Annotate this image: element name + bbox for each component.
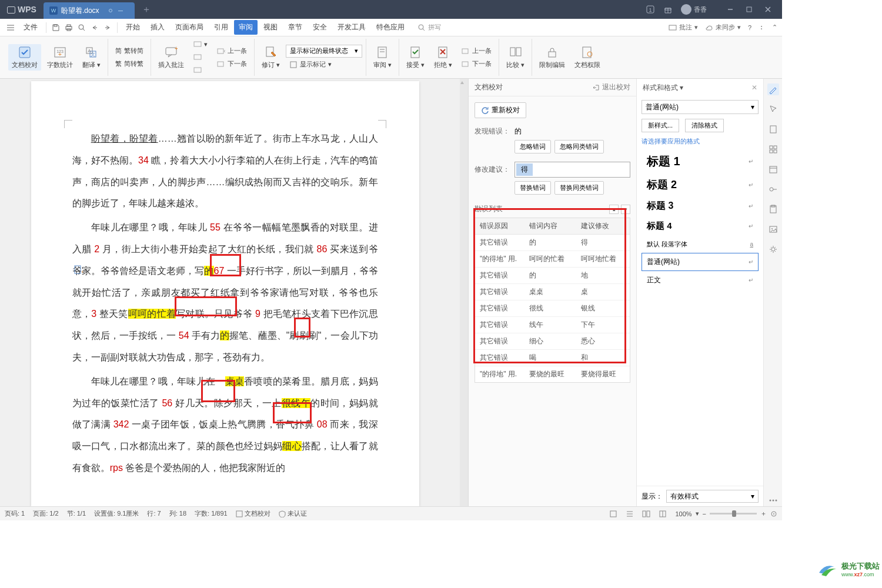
table-row[interactable]: "的得地" 用.呵呵的忙着呵呵地忙着 <box>475 251 630 268</box>
comments-toggle[interactable]: 批注 ▾ <box>669 23 698 32</box>
undo-icon[interactable] <box>89 22 101 34</box>
zoom-fit-icon[interactable] <box>770 510 777 517</box>
next-change-button[interactable]: 下一条 <box>458 58 495 70</box>
reproof-button[interactable]: 重新校对 <box>475 102 526 118</box>
menu-layout[interactable]: 页面布局 <box>171 20 208 35</box>
insert-comment-button[interactable]: + 插入批注 <box>155 44 188 71</box>
minimize-button[interactable] <box>721 2 740 16</box>
table-row[interactable]: 其它错误线午下午 <box>475 317 630 333</box>
add-tab-button[interactable]: ＋ <box>142 4 151 16</box>
accept-button[interactable]: 接受 ▾ <box>403 44 428 71</box>
close-button[interactable] <box>759 2 777 16</box>
menu-view[interactable]: 视图 <box>259 20 282 35</box>
prev-change-button[interactable]: 上一条 <box>458 45 495 57</box>
document-tab[interactable]: W 盼望着.docx <box>44 2 135 19</box>
rail-key-icon[interactable] <box>767 183 779 195</box>
rail-calendar-icon[interactable] <box>767 163 779 175</box>
view-outline-icon[interactable] <box>626 510 634 518</box>
badge-one-icon[interactable]: 1 <box>646 5 655 14</box>
menu-start[interactable]: 开始 <box>121 20 145 35</box>
current-style-dropdown[interactable]: 普通(网站)▾ <box>642 100 759 114</box>
proof-button[interactable]: 文档校对 <box>8 44 41 71</box>
ribbon-collapse-icon[interactable]: ⌃ <box>772 24 777 31</box>
rail-more-icon[interactable] <box>767 495 779 506</box>
exit-proofing-button[interactable]: 退出校对 <box>593 82 630 92</box>
redo-icon[interactable] <box>102 22 113 34</box>
display-filter-dropdown[interactable]: 有效样式▾ <box>666 490 759 503</box>
style-item-body[interactable]: 正文↵ <box>642 271 759 289</box>
display-state-dropdown[interactable]: 显示标记的最终状态▾ <box>286 45 362 58</box>
rail-pen-icon[interactable] <box>767 83 779 95</box>
gift-icon[interactable] <box>663 5 673 14</box>
errlist-up-button[interactable]: ▴ <box>609 205 619 214</box>
table-row[interactable]: 其它错误细心悉心 <box>475 333 630 350</box>
menu-review[interactable]: 审阅 <box>234 20 258 35</box>
search-placeholder[interactable]: 拼写 <box>428 23 441 32</box>
menu-chapter[interactable]: 章节 <box>283 20 307 35</box>
view-web-icon[interactable] <box>659 510 667 518</box>
restrict-button[interactable]: 限制编辑 <box>536 44 569 71</box>
tc2sc-button[interactable]: 繁简转繁 <box>112 58 147 70</box>
style-item-h1[interactable]: 标题 1↵ <box>642 149 759 173</box>
new-style-button[interactable]: 新样式... <box>642 119 679 132</box>
sc2tc-button[interactable]: 简繁转简 <box>112 45 147 57</box>
clear-format-button[interactable]: 清除格式 <box>685 119 724 132</box>
table-row[interactable]: 其它错误很线银线 <box>475 300 630 317</box>
zoom-out-button[interactable]: − <box>703 510 706 517</box>
view-read-icon[interactable] <box>642 510 650 518</box>
help-icon[interactable]: ? <box>748 24 751 31</box>
zoom-in-button[interactable]: ＋ <box>760 509 767 518</box>
docperm-button[interactable]: 文档权限 <box>571 44 604 71</box>
show-marks-button[interactable]: 显示标记 ▾ <box>286 59 362 71</box>
scroll-up-icon[interactable] <box>460 81 464 85</box>
suggest-field[interactable]: 得 <box>514 162 630 178</box>
status-proof[interactable]: 文档校对 <box>236 509 270 518</box>
style-item-h3[interactable]: 标题 3↵ <box>642 196 759 216</box>
reject-button[interactable]: 拒绝 ▾ <box>430 44 456 71</box>
hamburger-icon[interactable] <box>5 22 16 34</box>
preview-icon[interactable] <box>76 22 88 34</box>
document-page[interactable]: + 盼望着，盼望着……翘首以盼的新年近了。街市上车水马龙，人山人海，好不热闹。3… <box>31 81 419 506</box>
menu-reference[interactable]: 引用 <box>209 20 233 35</box>
style-item-default[interactable]: 默认 段落字体a <box>642 236 759 253</box>
rail-clipboard-icon[interactable] <box>767 203 779 215</box>
ribbon-options-icon[interactable]: ︰ <box>759 23 765 32</box>
user-account[interactable]: 香香 <box>681 4 707 15</box>
style-item-normal-web[interactable]: 普通(网站)↵ <box>642 253 759 271</box>
table-row[interactable]: 其它错误的地 <box>475 268 630 284</box>
ignore-similar-button[interactable]: 忽略同类错词 <box>554 140 604 153</box>
comment-nav2-button[interactable] <box>190 65 211 76</box>
rail-grid-icon[interactable] <box>767 143 779 155</box>
table-row[interactable]: 其它错误喝和 <box>475 350 630 366</box>
menu-file[interactable]: 文件 <box>19 20 42 35</box>
ignore-word-button[interactable]: 忽略错词 <box>514 140 551 153</box>
table-row[interactable]: "的得地" 用.要烧的最旺要烧得最旺 <box>475 366 630 382</box>
style-item-h2[interactable]: 标题 2↵ <box>642 173 759 196</box>
menu-dev[interactable]: 开发工具 <box>333 20 370 35</box>
comment-nav1-button[interactable] <box>190 52 211 64</box>
replace-similar-button[interactable]: 替换同类错词 <box>554 181 604 195</box>
prev1[interactable]: 上一条 <box>213 45 250 57</box>
menu-insert[interactable]: 插入 <box>146 20 169 35</box>
rail-gear-icon[interactable] <box>767 243 779 255</box>
view-page-icon[interactable] <box>609 510 617 518</box>
close-styles-button[interactable]: ✕ <box>751 83 757 92</box>
status-cert[interactable]: 未认证 <box>279 509 307 518</box>
table-row[interactable]: 其它错误桌桌桌 <box>475 284 630 300</box>
wordcount-button[interactable]: 123+ 字数统计 <box>44 44 76 71</box>
revise-button[interactable]: 修订 ▾ <box>258 44 283 71</box>
sync-status[interactable]: 未同步 ▾ <box>705 23 741 32</box>
rail-select-icon[interactable] <box>767 103 779 115</box>
translate-button[interactable]: A文 翻译 ▾ <box>79 44 104 71</box>
replace-word-button[interactable]: 替换错词 <box>514 181 551 195</box>
zoom-slider[interactable] <box>710 513 757 514</box>
menu-special[interactable]: 特色应用 <box>372 20 409 35</box>
rail-image-icon[interactable] <box>767 223 779 235</box>
maximize-button[interactable] <box>740 2 759 16</box>
style-item-h4[interactable]: 标题 4↵ <box>642 216 759 236</box>
review-button[interactable]: 审阅 ▾ <box>370 44 395 71</box>
delete-comment-button[interactable]: ▾ <box>190 39 211 51</box>
rail-doc-icon[interactable] <box>767 123 779 135</box>
compare-button[interactable]: 比较 ▾ <box>503 44 528 71</box>
errlist-down-button[interactable]: ▾ <box>621 205 630 214</box>
